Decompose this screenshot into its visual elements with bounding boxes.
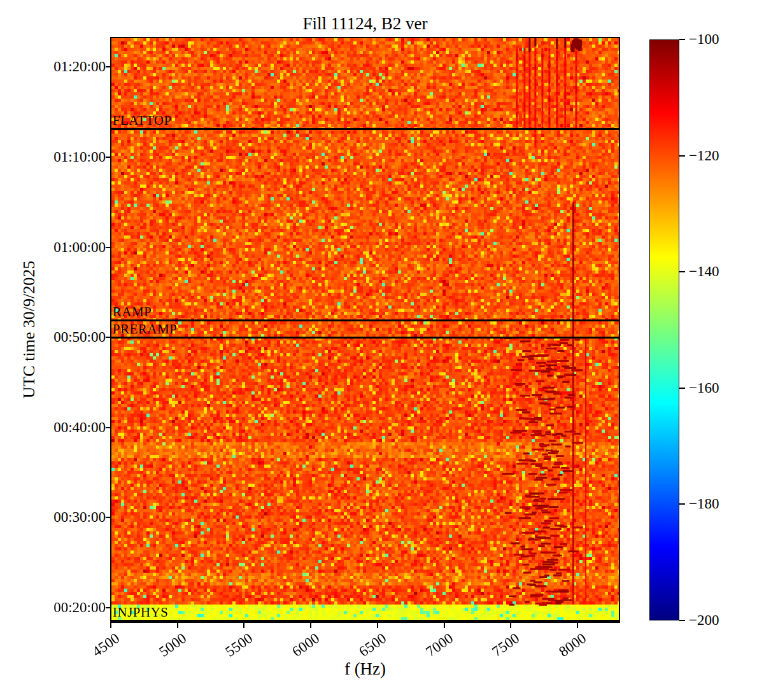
y-axis-label: UTC time 30/9/2025 (20, 261, 39, 399)
beam-mode-line-flattop (111, 128, 619, 130)
beam-mode-label-ramp: RAMP (113, 305, 152, 319)
x-tick-label: 6500 (356, 630, 390, 661)
x-tick-label: 7500 (490, 630, 523, 661)
beam-mode-line-ramp (111, 319, 619, 321)
x-tick-label: 6000 (289, 630, 323, 661)
y-tick-label: 00:20:00 (53, 599, 106, 616)
figure: Fill 11124, B2 ver UTC time 30/9/2025 f … (0, 0, 764, 700)
colorbar-tick-label: −120 (689, 148, 719, 164)
colorbar-tick-mark (679, 271, 685, 272)
beam-mode-label-flattop: FLATTOP (113, 113, 172, 128)
x-tick-mark (177, 623, 178, 628)
colorbar-tick-mark (679, 503, 685, 505)
x-tick-label: 4500 (89, 630, 123, 661)
spectrogram-heatmap (111, 38, 619, 622)
y-tick-mark (106, 607, 111, 608)
colorbar-tick-mark (679, 388, 685, 389)
x-tick-mark (110, 623, 111, 628)
colorbar-tick-label: −140 (689, 263, 719, 280)
y-tick-label: 01:00:00 (53, 239, 106, 256)
x-tick-label: 5000 (156, 630, 190, 661)
y-tick-label: 01:10:00 (53, 149, 106, 165)
x-tick-mark (444, 623, 445, 628)
beam-mode-line-injphys (111, 620, 619, 622)
colorbar-tick-label: −100 (689, 31, 719, 48)
x-tick-mark (310, 623, 311, 628)
x-axis-label: f (Hz) (110, 659, 620, 679)
x-tick-mark (510, 623, 511, 628)
x-tick-mark (577, 623, 578, 628)
y-tick-label: 00:30:00 (53, 509, 106, 526)
y-tick-label: 00:50:00 (53, 329, 106, 346)
y-tick-mark (106, 337, 111, 338)
chart-title: Fill 11124, B2 ver (110, 14, 620, 34)
y-tick-label: 00:40:00 (53, 419, 106, 436)
y-tick-mark (106, 517, 111, 518)
x-tick-mark (377, 623, 378, 628)
colorbar-tick-mark (679, 620, 685, 621)
beam-mode-line-preramp (111, 337, 619, 339)
y-tick-mark (106, 427, 111, 428)
x-tick-label: 5500 (223, 630, 257, 661)
colorbar-tick-mark (679, 155, 685, 157)
y-tick-mark (106, 157, 111, 158)
beam-mode-label-injphys: INJPHYS (113, 605, 169, 620)
x-tick-mark (243, 623, 244, 628)
y-tick-mark (106, 66, 111, 67)
colorbar-tick-label: −200 (689, 612, 719, 629)
y-tick-mark (106, 247, 111, 248)
colorbar (649, 39, 679, 620)
beam-mode-label-preramp: PRERAMP (113, 322, 178, 337)
x-tick-label: 7000 (423, 630, 456, 661)
x-tick-label: 8000 (556, 630, 590, 661)
y-tick-label: 01:20:00 (53, 59, 106, 75)
colorbar-tick-label: −160 (689, 380, 719, 396)
colorbar-tick-label: −180 (689, 496, 719, 512)
colorbar-tick-mark (679, 39, 685, 40)
